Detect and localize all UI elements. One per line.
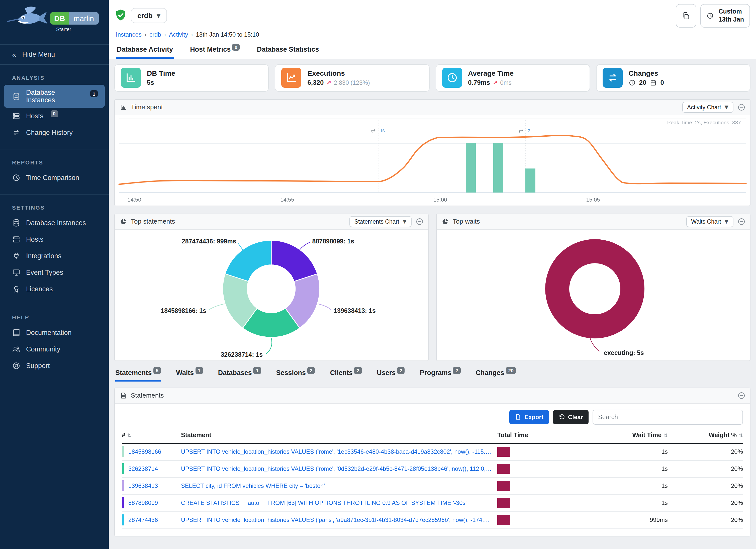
- statement-id-link[interactable]: 887898099: [128, 499, 158, 506]
- chevron-down-icon: ▼: [725, 219, 728, 224]
- tab-sessions[interactable]: Sessions2: [276, 369, 315, 381]
- sidebar-item-event-types[interactable]: Event Types: [0, 264, 109, 281]
- waits-donut-chart[interactable]: executing: 5s: [437, 229, 750, 360]
- tab-users[interactable]: Users2: [377, 369, 405, 381]
- statement-link[interactable]: SELECT city, id FROM vehicles WHERE city…: [181, 482, 497, 489]
- column-header-weight[interactable]: Weight %⇅: [668, 426, 743, 442]
- weight-value: 20%: [668, 516, 743, 523]
- section-title-help: HELP: [0, 314, 109, 320]
- sidebar-item-licences[interactable]: Licences: [0, 281, 109, 297]
- statement-link[interactable]: UPSERT INTO vehicle_location_histories V…: [181, 516, 497, 523]
- breadcrumb-instances[interactable]: Instances: [116, 31, 142, 38]
- statement-id-link[interactable]: 1845898166: [128, 448, 161, 455]
- count-badge: 5: [153, 367, 161, 374]
- waits-donut-area[interactable]: executing: 5s: [437, 229, 750, 360]
- statement-link[interactable]: UPSERT INTO vehicle_location_histories V…: [181, 465, 497, 472]
- time-chart-area[interactable]: Peak Time: 2s, Executions: 837 14:5014:5…: [115, 115, 750, 205]
- column-header-wait-time[interactable]: Wait Time⇅: [557, 426, 668, 442]
- tab-label: Database Statistics: [257, 45, 319, 53]
- stat-card-title: DB Time: [147, 69, 175, 77]
- health-shield-icon: [115, 9, 127, 22]
- statement-link[interactable]: CREATE STATISTICS __auto__ FROM [63] WIT…: [181, 499, 497, 506]
- sidebar-item-settings-database-instances[interactable]: Database Instances: [0, 215, 109, 231]
- tab-waits[interactable]: Waits1: [176, 369, 203, 381]
- tab-databases[interactable]: Databases1: [218, 369, 261, 381]
- sidebar-item-time-comparison[interactable]: Time Comparison: [0, 169, 109, 186]
- time-spent-chart[interactable]: 14:5014:5515:0015:05⇄16⇄7: [119, 117, 746, 205]
- collapse-panel-button[interactable]: [737, 103, 745, 111]
- stat-cards: DB Time 5s Executions 6,320 ↗ 2,830 (123…: [114, 64, 750, 91]
- sidebar-item-label: Database Instances: [26, 219, 86, 227]
- server-icon: [12, 235, 21, 244]
- tab-statements[interactable]: Statements5: [115, 369, 161, 381]
- sidebar-item-label: Change History: [26, 129, 73, 136]
- time-range-button[interactable]: Custom 13th Jan: [701, 4, 750, 27]
- waits-chart-select[interactable]: Waits Chart ▼: [686, 216, 733, 227]
- breadcrumb-current: 13th Jan 14:50 to 15:10: [196, 31, 259, 38]
- statement-link[interactable]: UPSERT INTO vehicle_location_histories V…: [181, 448, 497, 455]
- stat-card-value: 6,320: [308, 79, 324, 86]
- svg-text:15:05: 15:05: [586, 196, 600, 203]
- collapse-panel-button[interactable]: [737, 217, 745, 225]
- copy-button[interactable]: [676, 4, 697, 27]
- sidebar-item-hosts[interactable]: Hosts 0: [0, 108, 109, 124]
- table-header-row: #⇅ Statement Total Time Wait Time⇅ Weigh…: [122, 426, 743, 443]
- people-icon: [12, 345, 21, 353]
- instance-selector[interactable]: crdb ▼: [131, 8, 167, 23]
- tab-clients[interactable]: Clients2: [330, 369, 362, 381]
- tab-label: Databases: [218, 369, 252, 376]
- sidebar-item-community[interactable]: Community: [0, 341, 109, 357]
- statements-chart-select[interactable]: Statements Chart ▼: [349, 216, 412, 227]
- svg-text:executing: 5s: executing: 5s: [604, 349, 644, 356]
- collapse-panel-button[interactable]: [737, 391, 745, 399]
- count-badge: 20: [506, 367, 516, 374]
- plug-icon: [12, 252, 21, 260]
- statement-id-link[interactable]: 139638413: [128, 482, 158, 489]
- wait-time-value: 1s: [557, 499, 668, 506]
- breadcrumb-crdb[interactable]: crdb: [149, 31, 161, 38]
- chevrons-left-icon: «: [12, 50, 16, 59]
- tab-database-statistics[interactable]: Database Statistics: [256, 41, 320, 58]
- collapse-panel-button[interactable]: [416, 217, 424, 225]
- database-icon: [12, 219, 21, 227]
- statements-donut-chart[interactable]: 887898099: 1s139638413: 1s326238714: 1s1…: [115, 229, 428, 360]
- clear-button[interactable]: Clear: [553, 410, 589, 424]
- sidebar-item-change-history[interactable]: Change History: [0, 124, 109, 141]
- statements-donut-area[interactable]: 887898099: 1s139638413: 1s326238714: 1s1…: [115, 229, 428, 360]
- breadcrumb-activity[interactable]: Activity: [169, 31, 188, 38]
- sidebar-item-integrations[interactable]: Integrations: [0, 248, 109, 264]
- stat-card-title: Average Time: [468, 69, 514, 77]
- statement-id-link[interactable]: 287474436: [128, 516, 158, 523]
- tab-host-metrics[interactable]: Host Metrics0: [189, 41, 241, 58]
- count-badge: 1: [195, 367, 203, 374]
- hide-menu-button[interactable]: « Hide Menu: [0, 44, 109, 65]
- stat-card-title: Changes: [629, 69, 664, 77]
- column-header-total-time[interactable]: Total Time: [497, 426, 557, 442]
- export-button[interactable]: Export: [509, 410, 549, 424]
- column-header-num[interactable]: #⇅: [122, 426, 181, 442]
- brand-marlin: marlin: [69, 12, 99, 25]
- search-input[interactable]: [593, 409, 743, 424]
- section-title-settings: SETTINGS: [0, 205, 109, 211]
- pie-chart-icon: [120, 218, 127, 225]
- column-header-statement[interactable]: Statement: [181, 426, 497, 442]
- sidebar-item-support[interactable]: Support: [0, 357, 109, 374]
- panel-title: Time spent: [131, 103, 163, 111]
- sidebar-item-database-instances[interactable]: Database Instances 1: [4, 85, 105, 108]
- count-badge: 2: [397, 367, 405, 374]
- tab-label: Clients: [330, 369, 353, 376]
- tab-changes[interactable]: Changes20: [476, 369, 516, 381]
- sidebar-item-settings-hosts[interactable]: Hosts: [0, 231, 109, 248]
- total-time-bar: [497, 498, 510, 508]
- undo-icon: [558, 414, 565, 420]
- brand[interactable]: DB marlin Starter: [0, 0, 109, 36]
- panel-title: Top statements: [131, 218, 175, 225]
- sidebar-item-documentation[interactable]: Documentation: [0, 324, 109, 341]
- activity-chart-select[interactable]: Activity Chart ▼: [682, 102, 733, 113]
- clear-label: Clear: [568, 413, 583, 420]
- tab-programs[interactable]: Programs2: [420, 369, 461, 381]
- tab-database-activity[interactable]: Database Activity: [116, 41, 174, 58]
- main-area: crdb ▼ Custom 13th Jan: [109, 0, 756, 549]
- statements-table: #⇅ Statement Total Time Wait Time⇅ Weigh…: [115, 424, 750, 536]
- statement-id-link[interactable]: 326238714: [128, 465, 158, 472]
